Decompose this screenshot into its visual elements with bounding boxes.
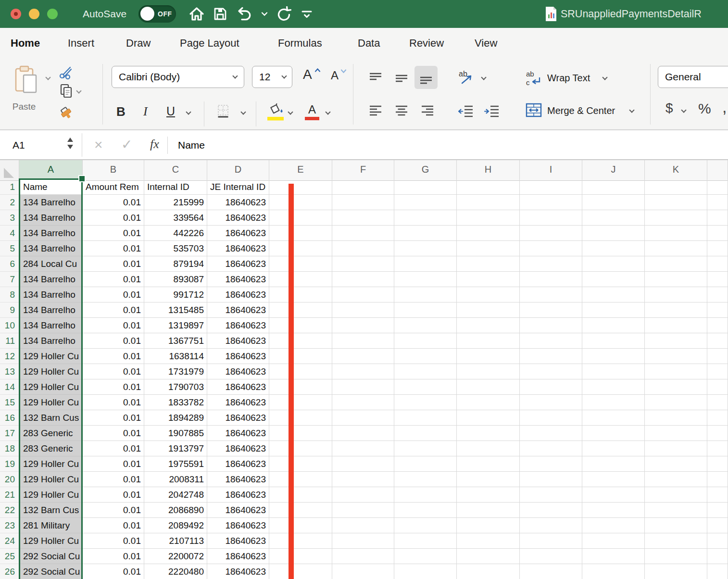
cell-E14[interactable] bbox=[269, 379, 332, 395]
cell-D21[interactable]: 18640623 bbox=[207, 487, 269, 503]
cell-C17[interactable]: 1907885 bbox=[144, 426, 207, 441]
cell-E13[interactable] bbox=[269, 364, 332, 379]
grow-font-button[interactable]: A bbox=[303, 67, 312, 82]
cell-C26[interactable]: 2220480 bbox=[144, 564, 207, 579]
cell-L12[interactable] bbox=[707, 349, 728, 364]
row-header-4[interactable]: 4 bbox=[0, 226, 19, 241]
selection-fill-handle[interactable] bbox=[79, 176, 85, 181]
cell-I8[interactable] bbox=[520, 287, 582, 302]
cell-F22[interactable] bbox=[332, 503, 394, 518]
cell-B3[interactable]: 0.01 bbox=[83, 210, 144, 226]
cell-C4[interactable]: 442226 bbox=[144, 226, 207, 241]
cell-J2[interactable] bbox=[582, 195, 645, 210]
cell-D13[interactable]: 18640623 bbox=[207, 364, 269, 379]
cell-B24[interactable]: 0.01 bbox=[83, 533, 144, 549]
cell-L14[interactable] bbox=[707, 379, 728, 395]
cell-H19[interactable] bbox=[457, 456, 520, 472]
cell-D8[interactable]: 18640623 bbox=[207, 287, 269, 302]
cell-D9[interactable]: 18640623 bbox=[207, 302, 269, 318]
cell-L22[interactable] bbox=[707, 503, 728, 518]
cell-D12[interactable]: 18640623 bbox=[207, 349, 269, 364]
cell-D3[interactable]: 18640623 bbox=[207, 210, 269, 226]
cell-E26[interactable] bbox=[269, 564, 332, 579]
row-header-11[interactable]: 11 bbox=[0, 333, 19, 349]
cell-F6[interactable] bbox=[332, 256, 394, 272]
cell-A1[interactable]: Name bbox=[19, 179, 83, 195]
cell-G20[interactable] bbox=[394, 472, 457, 487]
cell-I15[interactable] bbox=[520, 395, 582, 410]
font-color-button[interactable]: A bbox=[305, 103, 319, 120]
fill-color-icon[interactable] bbox=[266, 102, 285, 122]
cell-F13[interactable] bbox=[332, 364, 394, 379]
save-icon[interactable] bbox=[213, 7, 227, 21]
cell-G14[interactable] bbox=[394, 379, 457, 395]
cell-I3[interactable] bbox=[520, 210, 582, 226]
copy-icon[interactable] bbox=[60, 83, 73, 99]
cell-F8[interactable] bbox=[332, 287, 394, 302]
cell-G21[interactable] bbox=[394, 487, 457, 503]
cell-L11[interactable] bbox=[707, 333, 728, 349]
row-header-25[interactable]: 25 bbox=[0, 549, 19, 564]
cell-E12[interactable] bbox=[269, 349, 332, 364]
cell-K26[interactable] bbox=[645, 564, 707, 579]
minimize-button[interactable] bbox=[29, 9, 39, 19]
cell-A12[interactable]: 129 Holler Cu bbox=[19, 349, 83, 364]
name-box[interactable]: A1 bbox=[13, 130, 25, 160]
row-header-14[interactable]: 14 bbox=[0, 379, 19, 395]
cell-L10[interactable] bbox=[707, 318, 728, 333]
cell-E16[interactable] bbox=[269, 410, 332, 426]
cell-A22[interactable]: 132 Barn Cus bbox=[19, 503, 83, 518]
cell-A26[interactable]: 292 Social Cu bbox=[19, 564, 83, 579]
tab-insert[interactable]: Insert bbox=[68, 28, 94, 60]
cell-G18[interactable] bbox=[394, 441, 457, 456]
cell-E15[interactable] bbox=[269, 395, 332, 410]
row-header-16[interactable]: 16 bbox=[0, 410, 19, 426]
cell-H15[interactable] bbox=[457, 395, 520, 410]
cell-L24[interactable] bbox=[707, 533, 728, 549]
align-middle-icon[interactable] bbox=[394, 72, 409, 85]
formula-bar-content[interactable]: Name bbox=[178, 130, 205, 160]
cell-B2[interactable]: 0.01 bbox=[83, 195, 144, 210]
cell-I16[interactable] bbox=[520, 410, 582, 426]
cell-I1[interactable] bbox=[520, 179, 582, 195]
undo-icon[interactable] bbox=[236, 6, 253, 22]
row-header-15[interactable]: 15 bbox=[0, 395, 19, 410]
column-header-I[interactable]: I bbox=[520, 160, 582, 181]
tab-page-layout[interactable]: Page Layout bbox=[180, 28, 239, 60]
cell-C5[interactable]: 535703 bbox=[144, 241, 207, 256]
cell-I10[interactable] bbox=[520, 318, 582, 333]
cell-H3[interactable] bbox=[457, 210, 520, 226]
cell-I7[interactable] bbox=[520, 272, 582, 287]
row-header-10[interactable]: 10 bbox=[0, 318, 19, 333]
cell-F10[interactable] bbox=[332, 318, 394, 333]
cell-K9[interactable] bbox=[645, 302, 707, 318]
autosave-toggle[interactable]: OFF bbox=[138, 5, 176, 23]
cell-C21[interactable]: 2042748 bbox=[144, 487, 207, 503]
cell-J17[interactable] bbox=[582, 426, 645, 441]
cell-L9[interactable] bbox=[707, 302, 728, 318]
cell-J24[interactable] bbox=[582, 533, 645, 549]
column-header-J[interactable]: J bbox=[582, 160, 645, 181]
home-icon[interactable] bbox=[188, 6, 205, 22]
cell-F21[interactable] bbox=[332, 487, 394, 503]
cell-B20[interactable]: 0.01 bbox=[83, 472, 144, 487]
cell-H6[interactable] bbox=[457, 256, 520, 272]
cell-C24[interactable]: 2107113 bbox=[144, 533, 207, 549]
format-painter-icon[interactable] bbox=[58, 104, 74, 121]
cell-J8[interactable] bbox=[582, 287, 645, 302]
cell-D4[interactable]: 18640623 bbox=[207, 226, 269, 241]
merge-center-icon[interactable] bbox=[525, 102, 542, 118]
cell-G6[interactable] bbox=[394, 256, 457, 272]
cell-I21[interactable] bbox=[520, 487, 582, 503]
cell-K25[interactable] bbox=[645, 549, 707, 564]
cell-A9[interactable]: 134 Barrelho bbox=[19, 302, 83, 318]
cell-C11[interactable]: 1367751 bbox=[144, 333, 207, 349]
cell-K16[interactable] bbox=[645, 410, 707, 426]
cell-C25[interactable]: 2200072 bbox=[144, 549, 207, 564]
cell-K6[interactable] bbox=[645, 256, 707, 272]
cell-A2[interactable]: 134 Barrelho bbox=[19, 195, 83, 210]
cell-H9[interactable] bbox=[457, 302, 520, 318]
bold-button[interactable]: B bbox=[116, 104, 126, 119]
cell-A18[interactable]: 283 Generic bbox=[19, 441, 83, 456]
column-header-C[interactable]: C bbox=[144, 160, 207, 181]
